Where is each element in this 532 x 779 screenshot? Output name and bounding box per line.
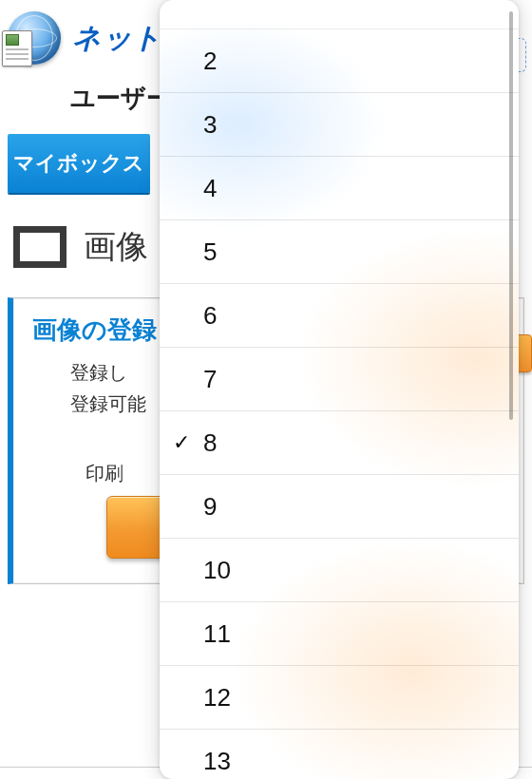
number-option-12[interactable]: ✓12 <box>160 666 519 730</box>
number-option-label: 3 <box>203 110 217 140</box>
number-option-5[interactable]: ✓5 <box>160 220 519 284</box>
number-option-label: 5 <box>203 238 217 267</box>
number-option-label: 10 <box>203 556 231 585</box>
number-option-6[interactable]: ✓6 <box>160 284 519 348</box>
mybox-button[interactable]: マイボックス <box>8 134 150 193</box>
picture-icon <box>13 226 66 268</box>
number-option-11[interactable]: ✓11 <box>160 602 519 666</box>
number-option-label: 4 <box>203 174 217 203</box>
number-option-label: 9 <box>203 492 217 522</box>
number-option-top-sliver[interactable] <box>160 0 519 29</box>
mybox-button-label: マイボックス <box>13 149 144 178</box>
images-section-title: 画像 <box>84 225 148 269</box>
number-option-label: 7 <box>203 365 217 394</box>
number-option-label: 11 <box>203 619 231 649</box>
number-option-label: 12 <box>203 683 231 712</box>
number-picker-list[interactable]: ✓2✓3✓4✓5✓6✓7✓8✓9✓10✓11✓12✓13 <box>160 0 519 779</box>
number-picker-popup: ✓2✓3✓4✓5✓6✓7✓8✓9✓10✓11✓12✓13 <box>160 0 519 779</box>
number-option-2[interactable]: ✓2 <box>160 29 519 93</box>
number-option-label: 2 <box>203 47 217 76</box>
number-option-10[interactable]: ✓10 <box>160 539 519 602</box>
number-option-3[interactable]: ✓3 <box>160 93 519 157</box>
scrollbar-thumb[interactable] <box>509 11 513 420</box>
app-logo-icon <box>8 11 61 65</box>
app-screen: ネットワークプリント ⋮ ユーザー マイボックス 画像 画像の登録 登録し 登録… <box>0 0 532 779</box>
number-option-label: 8 <box>203 428 217 458</box>
checkmark-icon: ✓ <box>173 430 190 455</box>
number-option-13[interactable]: ✓13 <box>160 730 519 779</box>
number-option-4[interactable]: ✓4 <box>160 157 519 220</box>
number-option-8[interactable]: ✓8 <box>160 411 519 475</box>
number-option-9[interactable]: ✓9 <box>160 475 519 539</box>
number-option-label: 13 <box>203 747 231 776</box>
number-option-label: 6 <box>203 301 217 331</box>
number-option-7[interactable]: ✓7 <box>160 348 519 411</box>
